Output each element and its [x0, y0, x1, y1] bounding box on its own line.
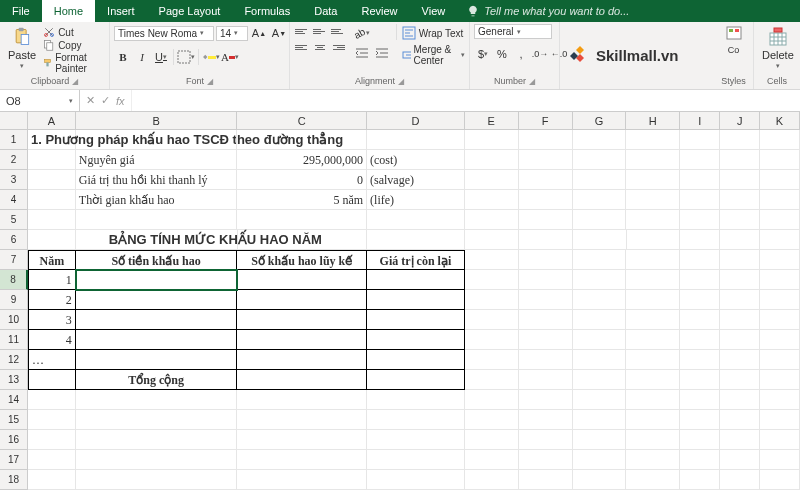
cell[interactable]: [238, 230, 368, 250]
cell[interactable]: [76, 450, 238, 470]
cell[interactable]: [680, 150, 720, 170]
cell[interactable]: [626, 130, 680, 150]
row-header[interactable]: 13: [0, 370, 28, 390]
cell[interactable]: [28, 190, 76, 210]
cell[interactable]: [760, 310, 800, 330]
cell[interactable]: [760, 370, 800, 390]
cell[interactable]: [237, 410, 367, 430]
cell[interactable]: [626, 390, 680, 410]
comma-format-button[interactable]: ,: [512, 45, 530, 63]
align-left-button[interactable]: [294, 40, 310, 54]
cell[interactable]: Giá trị thu hồi khi thanh lý: [76, 170, 238, 190]
cell[interactable]: [720, 390, 760, 410]
cell[interactable]: 295,000,000: [237, 150, 367, 170]
cell[interactable]: [519, 350, 573, 370]
cell[interactable]: [465, 330, 519, 350]
cell[interactable]: [573, 450, 627, 470]
row-header[interactable]: 9: [0, 290, 28, 310]
cell[interactable]: 4: [28, 330, 76, 350]
cell[interactable]: [720, 130, 760, 150]
font-name-combo[interactable]: Times New Roma▾: [114, 26, 214, 41]
cell[interactable]: [720, 310, 760, 330]
cell[interactable]: [519, 150, 573, 170]
cell[interactable]: [28, 430, 76, 450]
cell[interactable]: [76, 470, 238, 490]
cell[interactable]: [237, 370, 367, 390]
tab-review[interactable]: Review: [349, 0, 409, 22]
italic-button[interactable]: I: [133, 48, 151, 66]
cell[interactable]: [720, 170, 760, 190]
col-header[interactable]: C: [237, 112, 367, 130]
cell[interactable]: (salvage): [367, 170, 465, 190]
cell[interactable]: …: [28, 350, 76, 370]
cell[interactable]: [573, 330, 627, 350]
cell[interactable]: [680, 230, 720, 250]
row-header[interactable]: 10: [0, 310, 28, 330]
cell[interactable]: [237, 470, 367, 490]
tell-me[interactable]: Tell me what you want to do...: [457, 0, 800, 22]
cell[interactable]: [720, 410, 760, 430]
cell[interactable]: [760, 330, 800, 350]
cell[interactable]: [465, 450, 519, 470]
cell[interactable]: [519, 130, 573, 150]
cell[interactable]: [680, 190, 720, 210]
cell[interactable]: [367, 410, 465, 430]
cell[interactable]: Thời gian khấu hao: [76, 190, 238, 210]
align-center-button[interactable]: [312, 40, 328, 54]
cell[interactable]: [519, 270, 573, 290]
cell[interactable]: [760, 150, 800, 170]
cell[interactable]: [680, 310, 720, 330]
cell[interactable]: [680, 450, 720, 470]
increase-decimal-button[interactable]: .0→: [531, 45, 549, 63]
accounting-format-button[interactable]: $▾: [474, 45, 492, 63]
cell[interactable]: [626, 270, 680, 290]
conditional-formatting-button[interactable]: [725, 24, 743, 42]
cell[interactable]: [465, 410, 519, 430]
cell[interactable]: [573, 150, 627, 170]
cell[interactable]: [367, 230, 465, 250]
cell[interactable]: [680, 270, 720, 290]
decrease-font-button[interactable]: A▼: [270, 24, 288, 42]
cell[interactable]: [720, 330, 760, 350]
cell[interactable]: 5 năm: [237, 190, 367, 210]
cell[interactable]: [680, 350, 720, 370]
cell[interactable]: [367, 350, 465, 370]
col-header[interactable]: K: [760, 112, 800, 130]
cell[interactable]: [573, 230, 627, 250]
cell[interactable]: [720, 250, 760, 270]
cell[interactable]: [76, 430, 238, 450]
cell[interactable]: [626, 150, 680, 170]
cell[interactable]: [760, 250, 800, 270]
row-header[interactable]: 3: [0, 170, 28, 190]
cell[interactable]: [760, 230, 800, 250]
cell[interactable]: 1: [28, 270, 76, 290]
align-right-button[interactable]: [330, 40, 346, 54]
merge-center-button[interactable]: Merge & Center ▾: [402, 44, 465, 66]
orientation-button[interactable]: ab▾: [353, 24, 371, 42]
cell[interactable]: [573, 390, 627, 410]
cell[interactable]: [519, 290, 573, 310]
cell[interactable]: Giá trị còn lại: [367, 250, 465, 270]
cell[interactable]: [626, 350, 680, 370]
cell[interactable]: [237, 450, 367, 470]
cell[interactable]: Số tiền khấu hao: [76, 250, 238, 270]
cell[interactable]: [720, 450, 760, 470]
select-all-corner[interactable]: [0, 112, 28, 130]
cell[interactable]: Tổng cộng: [76, 370, 238, 390]
format-painter-button[interactable]: Format Painter: [43, 52, 105, 74]
cell[interactable]: [627, 230, 681, 250]
cell[interactable]: 0: [237, 170, 367, 190]
cell[interactable]: [367, 130, 465, 150]
cell[interactable]: [519, 170, 573, 190]
cell[interactable]: [760, 290, 800, 310]
cell[interactable]: [76, 330, 238, 350]
cell[interactable]: [465, 150, 519, 170]
bold-button[interactable]: B: [114, 48, 132, 66]
cell[interactable]: [573, 370, 627, 390]
cell[interactable]: Số khấu hao lũy kế: [237, 250, 367, 270]
cell[interactable]: [367, 290, 465, 310]
cell[interactable]: [680, 130, 720, 150]
cell[interactable]: [573, 290, 627, 310]
cell[interactable]: [76, 210, 238, 230]
font-color-button[interactable]: A▾: [221, 48, 239, 66]
